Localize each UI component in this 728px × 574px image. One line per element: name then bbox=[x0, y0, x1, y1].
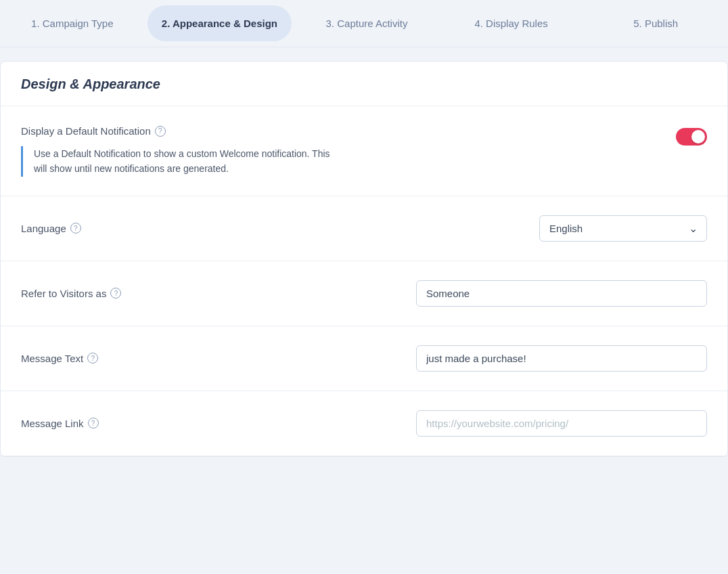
step-appearance-design[interactable]: 2. Appearance & Design bbox=[147, 5, 292, 41]
language-label: Language ? bbox=[21, 223, 156, 234]
message-link-section: Message Link ? bbox=[1, 391, 727, 456]
message-link-label: Message Link ? bbox=[21, 418, 156, 429]
message-link-help-icon[interactable]: ? bbox=[88, 418, 99, 428]
step-campaign-type[interactable]: 1. Campaign Type bbox=[0, 5, 145, 41]
default-notification-section: Display a Default Notification ? Use a D… bbox=[1, 106, 727, 196]
language-select-wrapper: English Spanish French German Portuguese… bbox=[539, 215, 707, 242]
refer-visitors-help-icon[interactable]: ? bbox=[110, 288, 121, 299]
refer-visitors-section: Refer to Visitors as ? bbox=[1, 261, 727, 326]
language-section: Language ? English Spanish French German… bbox=[1, 196, 727, 261]
message-text-row: Message Text ? bbox=[21, 345, 707, 372]
refer-visitors-input[interactable] bbox=[416, 280, 707, 307]
notification-row: Display a Default Notification ? Use a D… bbox=[21, 125, 707, 177]
refer-visitors-row: Refer to Visitors as ? bbox=[21, 280, 707, 307]
message-link-row: Message Link ? bbox=[21, 410, 707, 437]
message-link-input[interactable] bbox=[416, 410, 707, 437]
step-publish[interactable]: 5. Publish bbox=[583, 5, 728, 41]
message-text-label: Message Text ? bbox=[21, 353, 156, 364]
notification-content: Display a Default Notification ? Use a D… bbox=[21, 125, 330, 177]
step-display-rules[interactable]: 4. Display Rules bbox=[439, 5, 584, 41]
main-content-panel: Design & Appearance Display a Default No… bbox=[0, 61, 728, 457]
toggle-wrapper bbox=[676, 125, 707, 148]
default-notification-toggle[interactable] bbox=[676, 128, 707, 146]
message-text-section: Message Text ? bbox=[1, 326, 727, 391]
notification-help-icon[interactable]: ? bbox=[155, 126, 166, 137]
language-help-icon[interactable]: ? bbox=[70, 223, 81, 234]
notification-label: Display a Default Notification ? bbox=[21, 125, 330, 137]
message-text-help-icon[interactable]: ? bbox=[87, 353, 98, 363]
section-title: Design & Appearance bbox=[21, 76, 160, 91]
message-text-input[interactable] bbox=[416, 345, 707, 372]
refer-visitors-label: Refer to Visitors as ? bbox=[21, 288, 156, 299]
toggle-slider bbox=[676, 128, 707, 146]
steps-navigation: 1. Campaign Type 2. Appearance & Design … bbox=[0, 0, 728, 47]
language-row: Language ? English Spanish French German… bbox=[21, 215, 707, 242]
language-select[interactable]: English Spanish French German Portuguese bbox=[539, 215, 707, 242]
notification-description: Use a Default Notification to show a cus… bbox=[21, 146, 330, 177]
section-header: Design & Appearance bbox=[1, 62, 727, 106]
step-capture-activity[interactable]: 3. Capture Activity bbox=[294, 5, 439, 41]
